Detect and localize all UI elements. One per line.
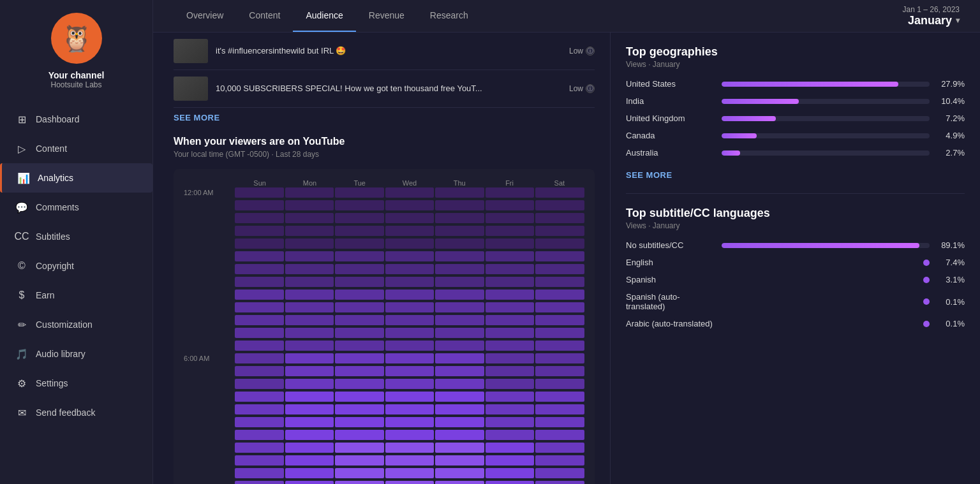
sidebar-item-dashboard[interactable]: ⊞ Dashboard: [0, 105, 152, 134]
lang-bars: No subtitles/CC 89.1% English 7.4% Spani…: [626, 240, 965, 328]
analytics-icon: 📊: [17, 172, 30, 184]
heatmap-row: [184, 365, 584, 377]
heat-cell: [486, 417, 535, 427]
heat-cell: [486, 353, 535, 363]
sidebar-item-subtitles[interactable]: CC Subtitles: [0, 222, 152, 251]
geo-bar-fill: [722, 133, 757, 138]
heat-cell: [486, 226, 535, 236]
heat-cell: [435, 315, 484, 325]
heat-cell: [285, 187, 334, 198]
heatmap-row: [184, 200, 584, 211]
heat-cells: [235, 404, 584, 414]
geo-country-label: India: [626, 96, 715, 106]
sidebar-item-comments[interactable]: 💬 Comments: [0, 193, 152, 222]
heat-cell: [385, 302, 434, 312]
heat-cell: [335, 238, 384, 249]
sidebar-item-analytics[interactable]: 📊 Analytics: [0, 163, 152, 193]
heat-cell: [486, 264, 535, 274]
heat-cell: [435, 392, 484, 402]
right-panel: Top geographies Views · January United S…: [610, 33, 980, 484]
sidebar-item-audio-library[interactable]: 🎵 Audio library: [0, 339, 152, 369]
lang-pct: 0.1%: [936, 297, 965, 307]
sidebar-item-customization[interactable]: ✏ Customization: [0, 310, 152, 339]
video-list: it's #influencersinthewild but IRL 🤩 Low…: [174, 33, 595, 123]
lang-pct: 7.4%: [936, 258, 965, 267]
heat-cell: [235, 238, 284, 249]
heat-cell: [535, 213, 584, 223]
tab-content[interactable]: Content: [236, 0, 293, 32]
heat-cell: [385, 468, 434, 478]
heat-cell: [335, 302, 384, 312]
tab-overview[interactable]: Overview: [174, 0, 236, 32]
heat-cell: [335, 341, 384, 351]
heat-cell: [486, 302, 535, 312]
heat-cell: [385, 277, 434, 287]
lang-label: Arabic (auto-translated): [626, 319, 715, 328]
heat-cell: [435, 251, 484, 261]
heat-cell: [535, 379, 584, 389]
lang-title: Top subtitle/CC languages: [626, 207, 965, 220]
sidebar-item-label: Content: [36, 143, 67, 154]
heat-cell: [385, 264, 434, 274]
tab-research[interactable]: Research: [417, 0, 481, 32]
geo-bar-row: Australia 2.7%: [626, 148, 965, 158]
heat-cell: [535, 404, 584, 414]
day-label: Tue: [335, 179, 385, 187]
heat-cell: [335, 468, 384, 478]
tab-nav: OverviewContentAudienceRevenueResearch: [174, 0, 481, 32]
geo-title: Top geographies: [626, 45, 965, 59]
heat-cell: [535, 392, 584, 402]
sidebar-item-label: Audio library: [36, 349, 85, 359]
sidebar-item-label: Send feedback: [36, 407, 95, 418]
heat-cell: [235, 341, 284, 351]
heat-cell: [335, 328, 384, 338]
heat-cells: [235, 379, 584, 389]
heat-cell: [435, 328, 484, 338]
day-label: Thu: [434, 179, 484, 187]
date-picker[interactable]: Jan 1 – 26, 2023 January ▾: [903, 5, 960, 27]
heatmap-subtitle: Your local time (GMT -0500) · Last 28 da…: [174, 150, 595, 159]
heat-cell: [335, 379, 384, 389]
heatmap-row: [184, 391, 584, 402]
sidebar-item-copyright[interactable]: © Copyright: [0, 251, 152, 281]
sidebar-item-content[interactable]: ▷ Content: [0, 134, 152, 163]
heat-cells: [235, 213, 584, 223]
heat-cell: [285, 251, 334, 261]
videos-see-more[interactable]: SEE MORE: [174, 108, 220, 122]
heatmap-body: 12:00 AM6:00 AM12:00 PM6:00 PM: [184, 187, 584, 484]
heat-cell: [535, 430, 584, 440]
channel-name: Your channel: [48, 70, 105, 80]
geo-see-more[interactable]: SEE MORE: [626, 165, 672, 180]
tab-audience[interactable]: Audience: [293, 0, 355, 32]
heatmap-row: [184, 429, 584, 441]
heat-cell: [335, 277, 384, 287]
heat-cells: [235, 226, 584, 236]
heatmap-section: When your viewers are on YouTube Your lo…: [174, 136, 595, 484]
heat-cell: [385, 200, 434, 210]
heatmap-row: [184, 327, 584, 339]
heat-cell: [385, 404, 434, 414]
sidebar-item-label: Subtitles: [36, 231, 70, 242]
heat-cell: [435, 404, 484, 414]
sidebar-item-settings[interactable]: ⚙ Settings: [0, 369, 152, 398]
heat-cell: [385, 481, 434, 484]
heat-cell: [435, 468, 484, 478]
geo-country-label: United Kingdom: [626, 114, 715, 123]
sidebar-item-label: Copyright: [36, 261, 74, 271]
heat-cell: [435, 353, 484, 363]
heat-cell: [385, 417, 434, 427]
heat-cell: [535, 238, 584, 249]
tab-revenue[interactable]: Revenue: [356, 0, 417, 32]
lang-subtitle: Views · January: [626, 221, 965, 230]
heat-cell: [486, 455, 535, 466]
geo-bar-row: India 10.4%: [626, 96, 965, 106]
video-thumbnail: [174, 77, 208, 101]
heat-cell: [435, 213, 484, 223]
heat-cell: [486, 430, 535, 440]
geo-pct: 7.2%: [936, 114, 965, 123]
sidebar-item-send-feedback[interactable]: ✉ Send feedback: [0, 398, 152, 427]
sidebar-item-earn[interactable]: $ Earn: [0, 281, 152, 310]
heat-cell: [335, 404, 384, 414]
heat-cell: [486, 404, 535, 414]
heatmap-row: [184, 225, 584, 237]
